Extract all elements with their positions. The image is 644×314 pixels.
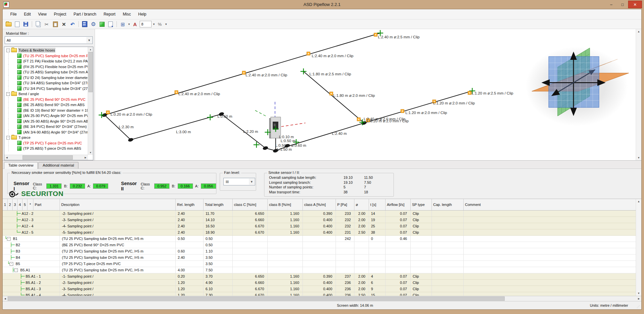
tree-item--ft-21-pa-flexible-tube-d-21-2[interactable]: (FT 21 PA) Flexible tube D=21.2 mm PA (4, 59, 88, 64)
scroll-left-icon[interactable]: ◀ (4, 155, 9, 160)
clip-marker[interactable] (242, 71, 246, 74)
save-button[interactable] (22, 20, 30, 28)
table-row-b2[interactable]: ├─B2(BE 25 PVC) Bend 90° D=25 mm PVC0.50 (3, 242, 636, 248)
sampling-point-cross[interactable] (99, 112, 105, 118)
canvas-vertical-scrollbar[interactable]: ▲ ▼ (636, 29, 641, 160)
table-vertical-scrollbar[interactable]: ▲ ▼ (636, 199, 641, 296)
table-row-b4[interactable]: ├─B4(TU 25 PVC) Sampling tube D=25 mm PV… (3, 255, 636, 261)
settings-button[interactable]: ⚙ (89, 20, 97, 28)
fan-level-select[interactable]: III ▼ (223, 178, 255, 185)
table-row-b5-a1-3[interactable]: ├─B5.A1 - 3-3- Sampling point /1.206.106… (3, 286, 636, 292)
scrollbar-thumb[interactable] (8, 296, 505, 301)
pipe-layout-canvas[interactable]: L:2.40 m ø:2.5 mm / ClipL:2.40 m ø:2.0 m… (95, 29, 641, 160)
tree-horizontal-scrollbar[interactable]: ◀ ▶ (4, 155, 88, 160)
open-button[interactable] (5, 20, 13, 28)
column-header-t-s-[interactable]: t [s] (369, 199, 386, 210)
tree-item--be-3-4-pvc-bend-90-d-3-4-27mm[interactable]: (BE 3/4 PVC) Bend 90° D=3/4" (27mm) PVC (4, 124, 88, 130)
column-header-total-length[interactable]: Total length (204, 199, 233, 210)
table-row-a12-3[interactable]: ├─A12 - 3-3- Sampling point /2.4014.106.… (3, 217, 636, 223)
grid-button[interactable]: ⊞ (119, 20, 127, 28)
column-header-5[interactable]: 5 (23, 199, 27, 210)
table-row-b5-a1-1[interactable]: ├─B5.A1 - 1-1- Sampling point /0.203.706… (3, 273, 636, 280)
clip-marker[interactable] (307, 52, 310, 55)
column-header-class-b-m-[interactable]: class B [%/m] (268, 199, 303, 210)
column-header-class-c-m-[interactable]: class C [%/m] (233, 199, 268, 210)
chevron-down-icon[interactable]: ▼ (153, 23, 155, 26)
scrollbar-thumb[interactable] (23, 155, 73, 160)
column-header-cap-length[interactable]: Cap. length (432, 199, 464, 210)
maximize-button[interactable]: □ (617, 1, 628, 8)
scroll-down-icon[interactable]: ▼ (636, 291, 641, 296)
menu-edit[interactable]: Edit (20, 11, 34, 18)
clip-marker[interactable] (357, 118, 360, 121)
scrollbar-thumb[interactable] (88, 52, 93, 92)
tree-item--an-3-4-90-abs-angle-90-d-3-4-[interactable]: (AN 3/4-90 ABS) Angle 90° D=3/4" (27mm) … (4, 130, 88, 135)
table-row-b5-a1[interactable]: ├-B5.A1(TU 25 PVC) Sampling tube D=25 mm… (3, 267, 636, 273)
column-header-comment[interactable]: Comment (464, 199, 636, 210)
column-header-part[interactable]: Part (33, 199, 60, 210)
row-expander-icon[interactable]: - (10, 262, 13, 266)
chevron-down-icon[interactable]: ▼ (249, 178, 254, 185)
minimize-button[interactable]: – (606, 1, 617, 8)
calculate-button[interactable] (81, 20, 89, 28)
report-button[interactable] (107, 20, 115, 28)
tree-item--be-id-19-bend-90-inner-diamet[interactable]: (BE ID 19) Bend 90° inner diameter = 19 (4, 108, 88, 113)
row-expander-icon[interactable]: - (14, 268, 18, 272)
tree-folder-tubes-flexible-hoses[interactable]: -Tubes & flexible hoses (4, 48, 88, 53)
column-header--[interactable]: ø (354, 199, 369, 210)
close-button[interactable]: ✕ (628, 1, 642, 8)
menu-misc[interactable]: Misc (119, 11, 135, 18)
copy-button[interactable] (34, 20, 42, 28)
table-row-b3[interactable]: ├─B3(TU 25 PVC) Sampling tube D=25 mm PV… (3, 248, 636, 255)
tab-additional-material[interactable]: Additional material (38, 162, 78, 169)
menu-help[interactable]: Help (135, 11, 150, 18)
chevron-down-icon[interactable]: ▼ (86, 37, 92, 43)
material-filter-select[interactable]: All ▼ (5, 36, 93, 44)
tree-item--tu-3-4-abs-sampling-tube-d-3-[interactable]: (TU 3/4 ABS) Sampling tube D=3/4" (27mm)… (4, 80, 88, 86)
column-header-p-pa-[interactable]: P [Pa] (336, 199, 354, 210)
new-button[interactable] (13, 20, 21, 28)
column-header-sp-type[interactable]: SP type (411, 199, 432, 210)
column-header-1[interactable]: 1 (3, 199, 8, 210)
scroll-left-icon[interactable]: ◀ (3, 296, 8, 301)
tree-item--be-25-abs-bend-90-d-25-mm-abs[interactable]: (BE 25 ABS) Bend 90° D=25 mm ABS (4, 102, 88, 108)
scroll-up-icon[interactable]: ▲ (88, 47, 93, 52)
sampling-point-cross[interactable] (207, 114, 213, 120)
column-header-3[interactable]: 3 (13, 199, 18, 210)
menu-part-branch[interactable]: Part / branch (70, 11, 100, 18)
menu-report[interactable]: Report (100, 11, 119, 18)
column-header-2[interactable]: 2 (8, 199, 13, 210)
menu-project[interactable]: Project (50, 11, 70, 18)
undo-button[interactable]: ↶ (69, 20, 76, 28)
scroll-down-icon[interactable]: ▼ (88, 150, 93, 155)
material-button[interactable] (98, 20, 106, 28)
chevron-down-icon[interactable]: ▼ (128, 23, 130, 26)
paste-button[interactable] (51, 20, 59, 28)
table-row-b5-a1-4[interactable]: └─B5.A1 - 4-4- Sampling point /1.207.306… (3, 292, 636, 296)
tree-folder-t-piece[interactable]: -T-piece (4, 135, 88, 140)
tree-item--tu-25-abs-sampling-tube-d-25-[interactable]: (TU 25 ABS) Sampling tube D=25 mm ABS (4, 69, 88, 75)
scale-button[interactable]: % (156, 20, 164, 28)
column-header-description[interactable]: Description (60, 199, 176, 210)
menu-view[interactable]: View (34, 11, 50, 18)
tree-item--tp-25-pvc-t-piece-d-25-mm-pvc[interactable]: (TP 25 PVC) T-piece D=25 mm PVC (4, 140, 88, 146)
tree-item--an-25-90-pvc-angle-90-d-25-mm[interactable]: (AN 25-90 PVC) Angle 90° D=25 mm PVC (4, 113, 88, 119)
clip-marker[interactable] (330, 92, 333, 95)
tree-expander-icon[interactable]: - (6, 49, 10, 52)
pipe-segment[interactable] (131, 114, 221, 140)
tree-item--tu-id-24-sampling-tube-inner-[interactable]: (TU ID 24) Sampling tube inner diameter … (4, 75, 88, 81)
table-row-b5[interactable]: └-B5(TP 25 PVC) T-piece D=25 mm PVC3.50 (3, 261, 636, 267)
table-row-a12-4[interactable]: ├─A12 - 4-4- Sampling point /2.4016.506.… (3, 223, 636, 229)
tree-item--fh-25-pvc-flexible-hose-d-25-[interactable]: (FH 25 PVC) Flexible hose D=25 mm PVC (4, 64, 88, 70)
column-header-class-a-m-[interactable]: class A [%/m] (303, 199, 336, 210)
font-size-select[interactable]: 8 (140, 21, 152, 27)
column-header-airflow-l-s-[interactable]: Airflow [l/s] (386, 199, 411, 210)
column-header-rel-length[interactable]: Rel. length (176, 199, 204, 210)
pipe-segment[interactable] (287, 123, 364, 146)
tree-expander-icon[interactable]: - (6, 136, 10, 139)
tree-item--tp-25-abs-t-piece-d-25-mm-abs[interactable]: (TP 25 ABS) T-piece D=25 mm ABS (4, 146, 88, 151)
tree-item--an-25-90-abs-angle-90-d-25-mm[interactable]: (AN 25-90 ABS) Angle 90° D=25 mm ABS (4, 119, 88, 124)
table-row-a12-5[interactable]: └─A12 - 5-5- Sampling point /2.4018.906.… (3, 229, 636, 236)
clip-marker[interactable] (374, 33, 377, 36)
tab-table-overview[interactable]: Table overview (4, 162, 38, 169)
